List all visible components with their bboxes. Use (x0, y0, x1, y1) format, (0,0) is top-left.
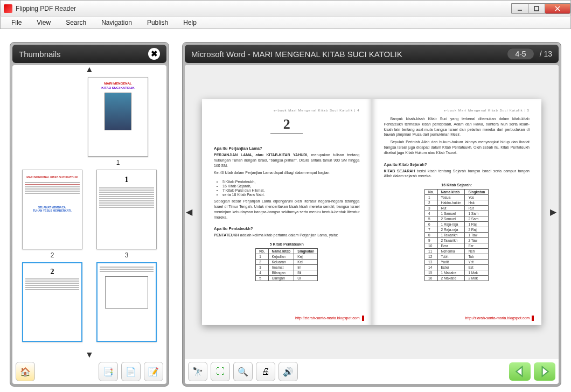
reader-panel: Microsoft Word - MARI MENGENAL KITAB SUC… (182, 42, 561, 387)
fullscreen-icon: ⛶ (216, 367, 225, 376)
flip-prev-arrow[interactable]: ◀ (186, 207, 193, 218)
copy-icon: 📄 (126, 367, 136, 377)
app-icon (4, 4, 12, 13)
menu-file[interactable]: File (5, 18, 28, 27)
menu-publish[interactable]: Publish (141, 18, 175, 27)
menu-search[interactable]: Search (59, 18, 93, 27)
zoom-icon: 🔍 (238, 367, 248, 377)
thumbnails-title: Thumbnails (19, 50, 61, 59)
pages-icon: 📑 (103, 367, 114, 377)
close-thumbnails-button[interactable]: ✖ (148, 48, 160, 60)
sound-icon: 🔊 (283, 367, 294, 377)
page-indicator[interactable]: 4-5 (507, 48, 534, 60)
close-button[interactable] (545, 3, 570, 14)
fullscreen-button[interactable]: ⛶ (211, 362, 230, 381)
thumb-page-2[interactable]: MARI MENGENAL KITAB SUCI KATOLIKSELAMAT … (22, 170, 82, 259)
zoom-button[interactable]: 🔍 (233, 362, 253, 381)
home-button[interactable]: 🏠 (16, 362, 35, 381)
pentateukh-table: No.Nama kitabSingkatan 1KejadianKej2Kelu… (255, 248, 318, 281)
sound-button[interactable]: 🔊 (278, 362, 298, 381)
flip-next-arrow[interactable]: ▶ (550, 207, 558, 218)
next-page-button[interactable] (534, 362, 555, 381)
thumb-page-1[interactable]: MARI MENGENAL KITAB SUCI KATOLIK 1 (88, 77, 148, 166)
book-spread: e-book Mari Mengenal Kitab Suci Katolik … (202, 99, 541, 325)
document-title: Microsoft Word - MARI MENGENAL KITAB SUC… (191, 50, 507, 59)
menu-help[interactable]: Help (177, 18, 203, 27)
thumb-scroll-down[interactable]: ▼ (12, 351, 166, 359)
thumb-scroll-up[interactable]: ▲ (12, 65, 166, 74)
svg-rect-1 (534, 6, 539, 11)
window-title: Flipping PDF Reader (16, 5, 512, 12)
print-icon: 🖨 (261, 367, 270, 376)
menu-navigation[interactable]: Navigation (95, 18, 138, 27)
sejarah-table: No.Nama kitabSingkatan 1YosuaYos2Hakim-h… (424, 189, 489, 281)
home-icon: 🏠 (20, 367, 31, 377)
print-button[interactable]: 🖨 (256, 362, 275, 381)
binoculars-icon: 🔭 (192, 367, 203, 377)
page-total: / 13 (540, 50, 552, 58)
thumbnails-grid: MARI MENGENAL KITAB SUCI KATOLIK 1 MARI … (12, 74, 166, 351)
add-page-icon: 📝 (148, 367, 159, 377)
thumb-page-4[interactable]: 2 (22, 262, 82, 342)
book-page-right[interactable]: e-book Mari Mengenal Kitab Suci Katolik … (372, 99, 542, 325)
minimize-button[interactable] (511, 3, 528, 14)
thumbnails-panel: Thumbnails ✖ ▲ MARI MENGENAL KITAB SUCI … (10, 42, 169, 387)
thumb-tool-1[interactable]: 📑 (99, 362, 118, 381)
thumb-page-5[interactable] (96, 262, 157, 342)
menu-view[interactable]: View (30, 18, 57, 27)
search-tool-button[interactable]: 🔭 (188, 362, 207, 381)
title-bar: Flipping PDF Reader (0, 0, 571, 16)
menu-bar: File View Search Navigation Publish Help (0, 16, 571, 29)
thumb-tool-2[interactable]: 📄 (121, 362, 141, 381)
book-page-left[interactable]: e-book Mari Mengenal Kitab Suci Katolik … (202, 99, 372, 325)
cover-image (105, 93, 131, 130)
prev-page-button[interactable] (509, 362, 531, 381)
maximize-button[interactable] (528, 3, 545, 14)
thumb-tool-3[interactable]: 📝 (144, 362, 163, 381)
thumb-page-3[interactable]: 1 3 (96, 170, 157, 259)
